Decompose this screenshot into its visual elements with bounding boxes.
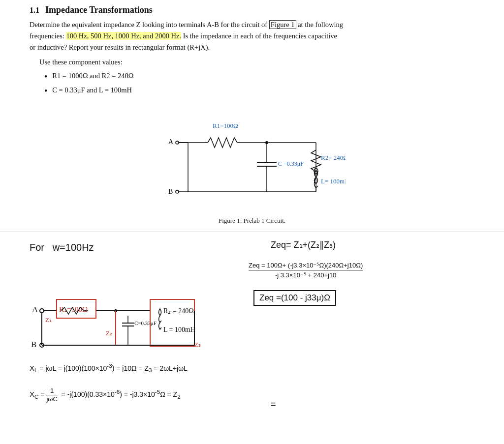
divider [0, 232, 504, 232]
zeq-step2: Zeq = 100Ω+ (-j3.3×10⁻⁵Ω)(240Ω+j10Ω) -j … [249, 262, 363, 279]
zeq-step2-top: Zeq = 100Ω+ (-j3.3×10⁻⁵Ω)(240Ω+j10Ω) [249, 262, 363, 269]
for-text: For [30, 242, 44, 253]
problem-line3: or inductive? Report your results in rec… [30, 43, 210, 51]
zeq-final-text: Zeq =(100 - j33μ)Ω [259, 293, 330, 302]
svg-rect-41 [150, 299, 194, 346]
problem-line1-end: at the following [298, 21, 343, 29]
w-label-text: w=100Hz [53, 242, 94, 253]
section-header: 1.1 Impedance Transformations [30, 5, 474, 15]
hw-circuit-svg: A Z₁ R₁=100Ω Z₂ [30, 259, 246, 357]
svg-text:R1=100Ω: R1=100Ω [213, 122, 238, 129]
figure-ref: Figure 1 [269, 20, 296, 29]
bullet-text-2: C = 0.33μF and L = 100mH [52, 86, 132, 94]
svg-point-25 [40, 309, 44, 313]
bullet-dot-2: • [44, 86, 47, 97]
svg-rect-34 [116, 311, 150, 345]
section-number: 1.1 [30, 6, 39, 15]
svg-text:A: A [32, 305, 38, 314]
problem-line1: Determine the equivalent impedance Z loo… [30, 21, 267, 29]
zeq-final-box: Zeq =(100 - j33μ)Ω [253, 290, 336, 306]
circuit-svg: A R1=100Ω [158, 106, 346, 214]
bullet-item-2: • C = 0.33μF and L = 100mH [44, 86, 474, 97]
handwritten-section: For w=100Hz Zeq= Z₁+(Z₂∥Z₃) Zeq = 100Ω+ … [30, 237, 474, 444]
svg-text:Z₁: Z₁ [45, 316, 52, 324]
svg-text:C =0.33μF: C =0.33μF [278, 160, 304, 167]
svg-text:Z₂: Z₂ [106, 329, 112, 337]
use-these-text: Use these component values: [39, 58, 123, 66]
bullet-item-1: • R1 = 1000Ω and R2 = 240Ω [44, 72, 474, 83]
for-label: For w=100Hz [30, 242, 94, 253]
xc-formula: XC = 1 jωC = -j(100)(0.33×10-6) = -j3.3×… [30, 387, 181, 403]
svg-text:R2= 240Ω: R2= 240Ω [321, 154, 346, 161]
problem-line2-end-text: Is the impedance in each of the frequenc… [183, 32, 337, 40]
problem-highlighted: 100 Hz, 500 Hz, 1000 Hz, and 2000 Hz. [66, 32, 181, 40]
xl-formula: XL = jωL = j(100)(100×10-3) = j10Ω = Z3 … [30, 362, 188, 373]
svg-text:A: A [168, 138, 174, 146]
circuit-diagram: A R1=100Ω [158, 106, 346, 214]
use-these-label: Use these component values: [39, 57, 474, 68]
svg-text:B: B [168, 188, 173, 195]
svg-text:R₂ = 240Ω: R₂ = 240Ω [163, 307, 194, 315]
figure-caption: Figure 1: Prelab 1 Circuit. [30, 217, 474, 225]
bullet-list: • R1 = 1000Ω and R2 = 240Ω • C = 0.33μF … [44, 72, 474, 97]
problem-text: Determine the equivalent impedance Z loo… [30, 19, 474, 54]
problem-line2-start: frequencies: [30, 32, 64, 40]
bullet-dot-1: • [44, 72, 47, 83]
equals-text: = [271, 399, 276, 409]
zeq-formula-text: Zeq= Z₁+(Z₂∥Z₃) [271, 240, 336, 250]
circuit-container: A R1=100Ω [30, 106, 474, 214]
svg-text:B: B [31, 340, 36, 349]
svg-text:L= 100mH: L= 100mH [321, 178, 346, 185]
svg-text:L = 100mH: L = 100mH [163, 326, 195, 333]
zeq-formula: Zeq= Z₁+(Z₂∥Z₃) [271, 239, 336, 250]
zeq-step2-bot: -j 3.3×10⁻⁵ + 240+j10 [275, 271, 336, 279]
page: 1.1 Impedance Transformations Determine … [0, 0, 504, 444]
svg-point-15 [176, 190, 179, 193]
svg-text:Z₃: Z₃ [194, 341, 201, 348]
bullet-text-1: R1 = 1000Ω and R2 = 240Ω [52, 72, 133, 80]
section-title: Impedance Transformations [45, 5, 153, 15]
svg-text:C=0.33μF: C=0.33μF [134, 320, 157, 326]
equals-bottom: = [271, 399, 276, 410]
svg-point-1 [176, 141, 179, 144]
